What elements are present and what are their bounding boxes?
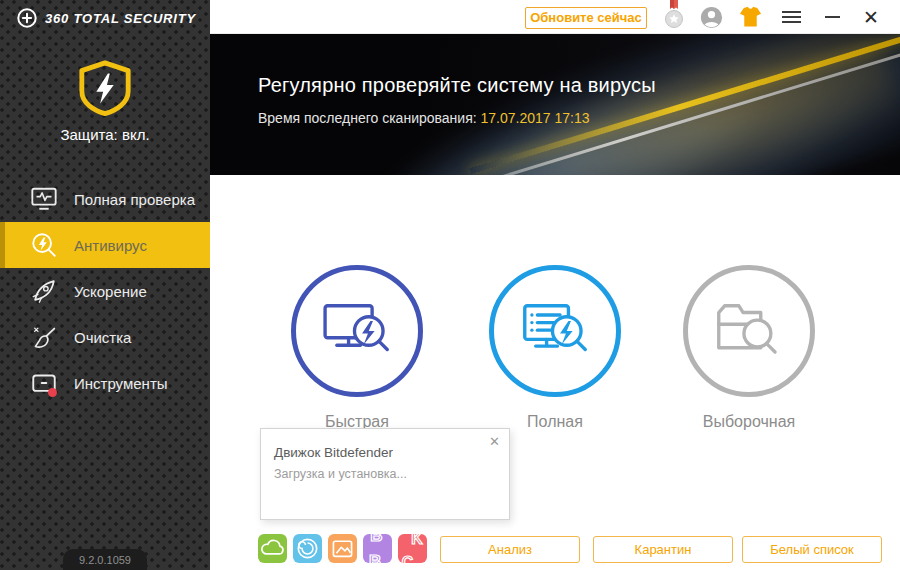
rocket-icon: [30, 277, 58, 305]
protection-block: Защита: вкл.: [0, 60, 210, 143]
sidebar-item-label: Антивирус: [74, 237, 147, 254]
letters-app-icon[interactable]: B B: [363, 534, 392, 563]
quick-scan-button[interactable]: [291, 265, 423, 397]
user-avatar-icon[interactable]: [692, 5, 730, 30]
full-scan-icon: [513, 289, 597, 373]
banner-decoration: [470, 34, 900, 174]
disc-app-icon[interactable]: [293, 534, 322, 563]
svg-text:K: K: [411, 534, 423, 547]
update-now-button[interactable]: Обновите сейчас: [525, 7, 647, 29]
app-window: 360 TOTAL SECURITY Защита: вкл. Полная п…: [0, 0, 900, 570]
medal-award-icon[interactable]: [656, 0, 692, 34]
sidebar-item-cleanup[interactable]: Очистка: [0, 314, 210, 360]
custom-scan-button[interactable]: [683, 265, 815, 397]
banner-title: Регулярно проверяйте систему на вирусы: [258, 74, 656, 97]
protection-status: Защита: вкл.: [0, 126, 210, 143]
shield-icon: [76, 60, 134, 116]
sidebar-item-speedup[interactable]: Ускорение: [0, 268, 210, 314]
main-content: Быстрая Полная: [210, 175, 900, 570]
last-scan-value: 17.07.2017 17:13: [481, 110, 590, 126]
svg-text:C: C: [402, 554, 413, 563]
close-icon[interactable]: ✕: [852, 6, 890, 29]
quick-scan-icon: [315, 289, 399, 373]
scan-lightning-icon: [30, 231, 58, 259]
broom-icon: [30, 323, 58, 351]
letters-app-icon[interactable]: K C: [398, 534, 427, 563]
sidebar-item-label: Полная проверка: [74, 191, 195, 208]
popup-close-icon[interactable]: ✕: [489, 434, 500, 449]
banner: Регулярно проверяйте систему на вирусы В…: [210, 34, 900, 175]
svg-text:B: B: [369, 552, 381, 563]
sidebar-item-full-check[interactable]: Полная проверка: [0, 176, 210, 222]
svg-text:B: B: [370, 534, 382, 545]
banner-decoration: [349, 34, 900, 175]
last-scan-line: Время последнего сканирования: 17.07.201…: [258, 110, 590, 126]
sidebar-item-antivirus[interactable]: Антивирус: [0, 222, 210, 268]
app-version: 9.2.0.1059: [63, 549, 147, 570]
full-scan-button[interactable]: [489, 265, 621, 397]
titlebar-icons: ✕: [656, 0, 890, 34]
logo-text: 360 TOTAL SECURITY: [45, 11, 196, 26]
popup-title: Движок Bitdefender: [274, 445, 393, 460]
main-menu-icon[interactable]: [770, 11, 812, 23]
minimize-icon[interactable]: [812, 16, 852, 18]
sidebar-item-tools[interactable]: Инструменты: [0, 360, 210, 406]
custom-scan-icon: [707, 289, 791, 373]
notification-dot: [48, 388, 57, 397]
analyze-button[interactable]: Анализ: [440, 536, 580, 563]
banner-decoration: [472, 34, 900, 175]
bitdefender-popup: ✕ Движок Bitdefender Загрузка и установк…: [260, 428, 510, 520]
sidebar-item-label: Очистка: [74, 329, 131, 346]
tshirt-theme-icon[interactable]: [730, 6, 770, 29]
titlebar: Обновите сейчас: [210, 0, 900, 34]
popup-status: Загрузка и установка...: [274, 467, 407, 481]
sidebar: 360 TOTAL SECURITY Защита: вкл. Полная п…: [0, 0, 210, 570]
photo-app-icon[interactable]: [328, 534, 357, 563]
sidebar-menu: Полная проверка Антивирус Ускорение: [0, 176, 210, 406]
banner-decoration: [582, 34, 900, 38]
cloud-app-icon[interactable]: [258, 534, 287, 563]
sidebar-item-label: Инструменты: [74, 375, 168, 392]
last-scan-label: Время последнего сканирования:: [258, 110, 477, 126]
quarantine-button[interactable]: Карантин: [593, 536, 733, 563]
logo-plus-icon: [16, 7, 38, 29]
monitor-pulse-icon: [30, 185, 58, 213]
whitelist-button[interactable]: Белый список: [742, 536, 882, 563]
custom-scan-label: Выборочная: [683, 413, 815, 431]
app-logo: 360 TOTAL SECURITY: [16, 7, 196, 29]
partner-app-icons: B B K C: [258, 534, 427, 563]
sidebar-item-label: Ускорение: [74, 283, 147, 300]
